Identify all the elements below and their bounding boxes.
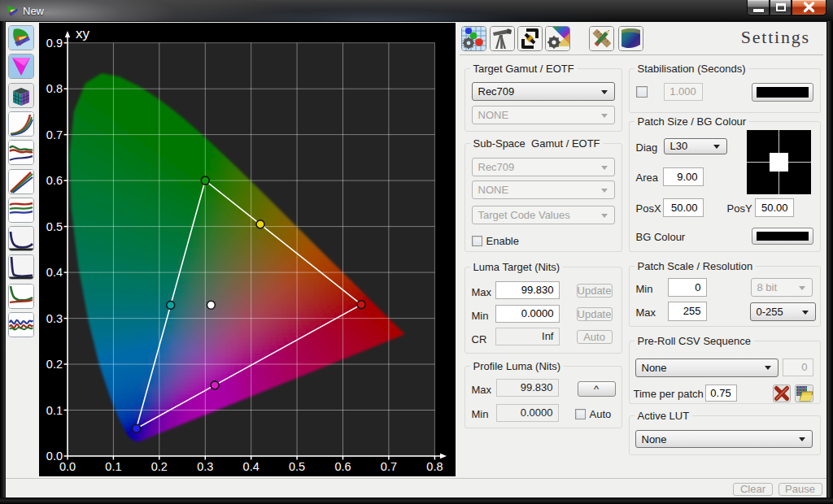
svg-text:0.6: 0.6 [334, 460, 351, 473]
svg-text:0.7: 0.7 [381, 460, 397, 473]
svg-text:0.1: 0.1 [46, 404, 63, 417]
svg-text:0.3: 0.3 [46, 312, 63, 325]
svg-text:0.4: 0.4 [46, 266, 63, 279]
svg-text:0.0: 0.0 [46, 450, 63, 463]
svg-text:0.4: 0.4 [243, 460, 259, 473]
svg-text:0.8: 0.8 [426, 460, 443, 473]
svg-text:0.7: 0.7 [46, 128, 63, 141]
svg-text:0.3: 0.3 [197, 460, 213, 473]
svg-text:0.8: 0.8 [46, 82, 63, 95]
svg-text:0.2: 0.2 [151, 460, 168, 473]
svg-text:0.5: 0.5 [289, 460, 305, 473]
svg-text:0.5: 0.5 [46, 220, 63, 233]
svg-text:0.2: 0.2 [46, 358, 63, 371]
svg-text:0.6: 0.6 [46, 174, 63, 187]
svg-text:0.9: 0.9 [46, 37, 63, 50]
svg-text:xy: xy [76, 26, 90, 41]
svg-text:0.1: 0.1 [105, 460, 121, 473]
